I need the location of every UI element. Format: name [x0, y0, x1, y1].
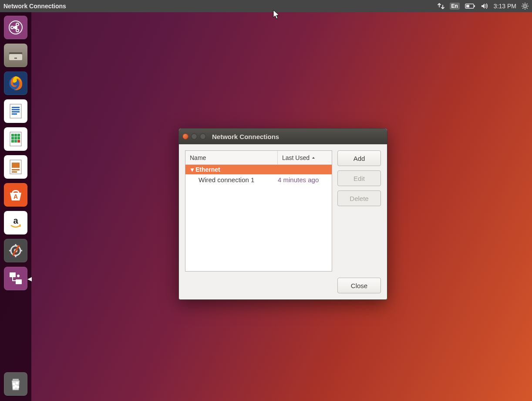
svg-rect-25 — [12, 113, 17, 115]
svg-rect-51 — [13, 379, 19, 381]
window-maximize-icon[interactable] — [200, 133, 206, 139]
launcher-network-connections[interactable]: ◀ — [4, 267, 27, 290]
svg-rect-24 — [12, 111, 20, 112]
connections-list[interactable]: Name Last Used ▾ Ethernet Wired connecti… — [185, 150, 332, 272]
edit-button[interactable]: Edit — [337, 170, 381, 186]
unity-launcher: A a ◀ — [0, 12, 31, 401]
top-menubar: Network Connections En 3:13 PM — [0, 0, 532, 12]
dialog-title: Network Connections — [212, 133, 279, 140]
svg-point-53 — [16, 382, 18, 384]
svg-text:a: a — [13, 216, 18, 225]
svg-point-14 — [11, 26, 13, 29]
svg-point-50 — [17, 275, 20, 277]
network-connections-dialog: Network Connections Name Last Used ▾ Eth… — [178, 128, 387, 300]
svg-rect-19 — [14, 58, 17, 59]
dialog-titlebar[interactable]: Network Connections — [179, 129, 387, 144]
connection-row[interactable]: Wired connection 1 4 minutes ago — [185, 174, 332, 185]
svg-rect-31 — [14, 137, 17, 139]
svg-point-13 — [14, 26, 17, 29]
delete-button[interactable]: Delete — [337, 190, 381, 206]
svg-line-8 — [522, 3, 523, 4]
svg-rect-27 — [11, 134, 14, 136]
battery-indicator-icon[interactable] — [465, 0, 475, 12]
svg-point-16 — [16, 29, 19, 32]
svg-line-10 — [522, 8, 523, 9]
launcher-firefox[interactable] — [4, 71, 27, 95]
svg-rect-22 — [12, 107, 20, 108]
launcher-trash[interactable] — [4, 372, 27, 396]
button-column: Add Edit Delete — [337, 150, 381, 272]
launcher-writer[interactable] — [4, 99, 27, 123]
launcher-amazon[interactable]: a — [4, 211, 27, 234]
svg-rect-33 — [11, 140, 14, 143]
svg-rect-23 — [12, 109, 20, 110]
launcher-calc[interactable] — [4, 127, 27, 151]
sort-asc-icon — [311, 156, 316, 160]
launcher-settings[interactable] — [4, 239, 27, 262]
svg-rect-48 — [10, 272, 16, 277]
launcher-software[interactable]: A — [4, 183, 27, 207]
volume-indicator-icon[interactable] — [481, 0, 488, 12]
connection-name: Wired connection 1 — [185, 176, 278, 184]
column-name[interactable]: Name — [185, 151, 278, 164]
system-gear-icon[interactable] — [522, 0, 529, 12]
launcher-dash[interactable] — [4, 16, 27, 39]
svg-rect-28 — [14, 134, 17, 136]
category-row[interactable]: ▾ Ethernet — [185, 165, 332, 174]
svg-rect-35 — [17, 140, 20, 143]
svg-line-11 — [527, 3, 528, 4]
column-last-used[interactable]: Last Used — [278, 151, 332, 164]
svg-rect-38 — [12, 169, 20, 170]
connection-last-used: 4 minutes ago — [278, 176, 332, 184]
svg-point-3 — [524, 5, 526, 7]
svg-rect-29 — [17, 134, 20, 136]
clock-indicator[interactable]: 3:13 PM — [494, 0, 516, 12]
window-close-icon[interactable] — [182, 133, 189, 139]
add-button[interactable]: Add — [337, 150, 381, 166]
active-app-title: Network Connections — [3, 3, 66, 10]
svg-rect-37 — [12, 163, 20, 168]
svg-rect-30 — [11, 137, 14, 139]
svg-rect-1 — [474, 5, 475, 7]
svg-point-15 — [16, 23, 19, 26]
svg-point-55 — [17, 386, 19, 388]
list-header: Name Last Used — [185, 151, 332, 165]
svg-text:A: A — [13, 193, 18, 200]
launcher-active-arrow-icon: ◀ — [27, 275, 32, 282]
svg-rect-18 — [9, 54, 22, 60]
svg-rect-39 — [12, 171, 17, 173]
window-minimize-icon[interactable] — [191, 133, 197, 139]
svg-rect-2 — [466, 5, 469, 7]
close-button[interactable]: Close — [337, 278, 381, 293]
launcher-files[interactable] — [4, 44, 27, 67]
svg-rect-49 — [16, 279, 22, 284]
network-indicator-icon[interactable] — [438, 0, 444, 12]
svg-line-9 — [527, 8, 528, 9]
svg-point-52 — [13, 383, 15, 385]
svg-rect-32 — [17, 137, 20, 139]
svg-point-56 — [13, 386, 15, 389]
svg-rect-34 — [14, 140, 17, 143]
keyboard-language-indicator[interactable]: En — [450, 0, 460, 12]
launcher-impress[interactable] — [4, 155, 27, 179]
